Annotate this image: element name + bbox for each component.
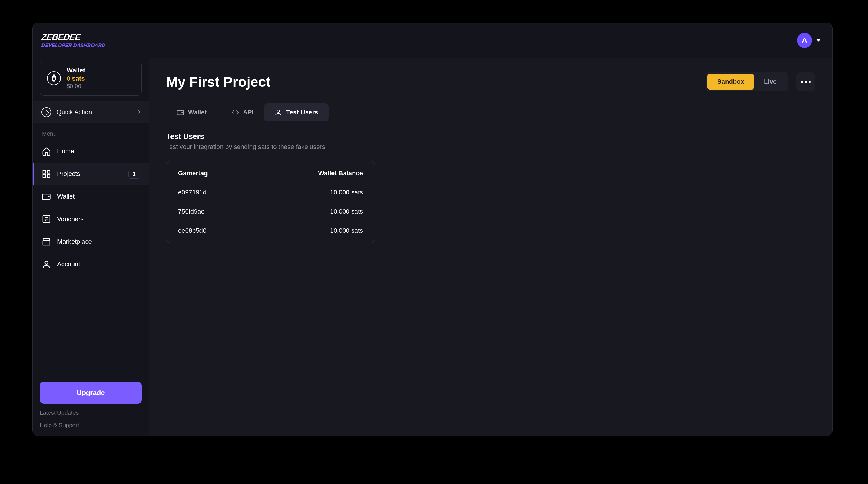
section-title: Test Users: [166, 132, 815, 141]
nav-home[interactable]: Home: [33, 140, 149, 163]
svg-rect-1: [47, 170, 50, 173]
cell-balance: 10,000 sats: [330, 227, 363, 234]
cell-gamertag: 750fd9ae: [178, 208, 205, 215]
table-row: ee68b5d0 10,000 sats: [166, 221, 375, 240]
user-icon: [41, 259, 51, 269]
quick-action-button[interactable]: Quick Action: [33, 101, 149, 124]
home-icon: [41, 147, 51, 156]
col-balance: Wallet Balance: [318, 169, 363, 177]
col-gamertag: Gamertag: [178, 169, 208, 177]
tabs: Wallet API Test Users: [166, 103, 815, 122]
environment-toggle: Sandbox Live: [706, 72, 788, 91]
nav-label: Wallet: [57, 193, 74, 200]
cell-gamertag: e097191d: [178, 189, 207, 196]
nav-vouchers[interactable]: Vouchers: [33, 208, 149, 230]
wallet-icon: [41, 192, 51, 201]
cell-gamertag: ee68b5d0: [178, 227, 207, 234]
section-subtitle: Test your integration by sending sats to…: [166, 143, 815, 151]
quick-action-icon: [41, 107, 51, 117]
nav-label: Marketplace: [57, 238, 92, 246]
wallet-summary-card[interactable]: ₿ Wallet 0 sats $0.00: [40, 61, 142, 96]
logo: ZEBEDEE DEVELOPER DASHBOARD: [41, 32, 105, 49]
wallet-icon: [177, 109, 184, 116]
help-support-link[interactable]: Help & Support: [40, 422, 142, 429]
table-header-row: Gamertag Wallet Balance: [166, 164, 375, 183]
projects-count-badge: 1: [128, 169, 140, 179]
logo-brand: ZEBEDEE: [41, 32, 106, 42]
svg-point-9: [45, 261, 48, 264]
latest-updates-link[interactable]: Latest Updates: [40, 410, 142, 416]
bitcoin-icon: ₿: [47, 71, 61, 85]
tab-test-users[interactable]: Test Users: [264, 103, 329, 122]
account-menu[interactable]: A: [797, 33, 821, 48]
nav-label: Vouchers: [57, 215, 84, 223]
nav: Home Projects 1 Wallet: [33, 140, 149, 276]
voucher-icon: [41, 214, 51, 224]
user-icon: [275, 109, 282, 116]
tab-label: Test Users: [286, 109, 318, 116]
live-toggle[interactable]: Live: [754, 74, 786, 90]
nav-wallet[interactable]: Wallet: [33, 185, 149, 208]
table-row: e097191d 10,000 sats: [166, 183, 375, 202]
tab-wallet[interactable]: Wallet: [166, 103, 217, 122]
cell-balance: 10,000 sats: [330, 189, 363, 196]
sandbox-toggle[interactable]: Sandbox: [707, 74, 754, 90]
cell-balance: 10,000 sats: [330, 208, 363, 215]
logo-subtitle: DEVELOPER DASHBOARD: [41, 42, 106, 49]
nav-label: Account: [57, 261, 80, 268]
tab-label: API: [243, 109, 254, 116]
wallet-label: Wallet: [67, 67, 85, 74]
nav-label: Home: [57, 148, 74, 155]
svg-rect-3: [47, 175, 50, 178]
topbar: ZEBEDEE DEVELOPER DASHBOARD A: [33, 23, 832, 58]
svg-point-11: [277, 110, 279, 112]
menu-header: Menu: [40, 124, 142, 140]
upgrade-button[interactable]: Upgrade: [40, 382, 142, 404]
code-icon: [231, 109, 239, 116]
svg-rect-0: [43, 170, 45, 173]
tab-api[interactable]: API: [221, 103, 264, 122]
sidebar: ₿ Wallet 0 sats $0.00 Quick Action Menu: [33, 58, 149, 435]
nav-label: Projects: [57, 170, 80, 178]
store-icon: [41, 237, 51, 247]
chevron-right-icon: [136, 110, 141, 114]
wallet-usd: $0.00: [67, 83, 85, 90]
svg-rect-2: [43, 175, 45, 178]
avatar[interactable]: A: [797, 33, 812, 48]
test-users-table: Gamertag Wallet Balance e097191d 10,000 …: [166, 161, 375, 243]
nav-account[interactable]: Account: [33, 253, 149, 276]
quick-action-label: Quick Action: [57, 108, 132, 116]
more-button[interactable]: [796, 72, 815, 91]
grid-icon: [41, 169, 51, 179]
table-row: 750fd9ae 10,000 sats: [166, 202, 375, 221]
nav-marketplace[interactable]: Marketplace: [33, 230, 149, 253]
app-window: ZEBEDEE DEVELOPER DASHBOARD A ₿ Wallet 0…: [32, 23, 833, 436]
dots-icon: [801, 81, 803, 83]
page-title: My First Project: [166, 74, 271, 90]
main-content: My First Project Sandbox Live: [149, 58, 832, 435]
nav-projects[interactable]: Projects 1: [33, 163, 149, 185]
wallet-sats: 0 sats: [67, 75, 85, 82]
chevron-down-icon: [816, 39, 821, 42]
tab-label: Wallet: [188, 109, 207, 116]
